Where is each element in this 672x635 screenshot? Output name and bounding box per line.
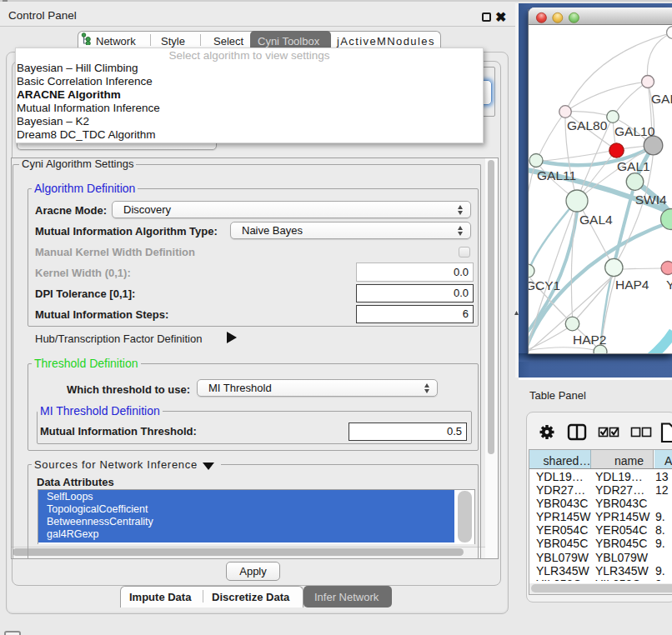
svg-text:HAP2: HAP2 [573,332,607,347]
svg-text:GCY1: GCY1 [529,278,560,292]
svg-text:Y: Y [666,278,672,292]
svg-text:GAL80: GAL80 [567,118,608,132]
svg-text:GAL10: GAL10 [614,124,655,138]
svg-text:GAL4: GAL4 [579,212,613,227]
svg-text:GAL1: GAL1 [617,159,650,173]
svg-text:GAL7: GAL7 [651,92,672,106]
svg-text:GAL11: GAL11 [537,168,576,182]
svg-text:SWI4: SWI4 [635,192,667,207]
svg-text:HAP4: HAP4 [615,278,649,292]
